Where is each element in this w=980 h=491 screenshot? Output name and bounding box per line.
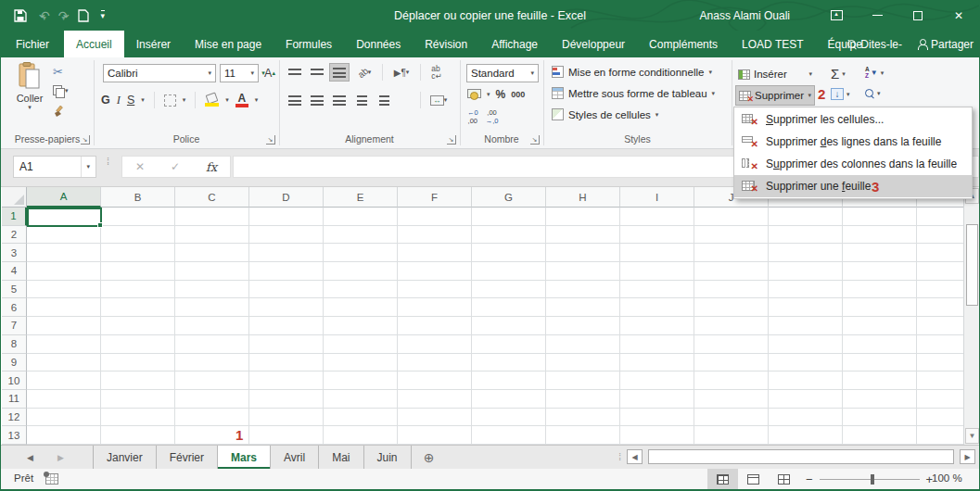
grid-cell[interactable] — [546, 281, 620, 299]
horizontal-scroll-track[interactable] — [648, 449, 954, 464]
vertical-scrollbar[interactable]: ▲ ▼ — [963, 187, 979, 445]
align-right-button[interactable] — [329, 91, 350, 109]
font-color-caret-icon[interactable]: ▾ — [255, 96, 259, 104]
grid-cell[interactable] — [694, 226, 769, 245]
scroll-left-icon[interactable]: ◀ — [627, 449, 643, 464]
row-header[interactable]: 9 — [2, 354, 27, 372]
grid-cell[interactable] — [843, 244, 917, 262]
grid-cell[interactable] — [398, 208, 472, 226]
fill-color-icon[interactable] — [205, 94, 219, 107]
grid-cell[interactable] — [694, 208, 769, 226]
grid-cell[interactable] — [694, 390, 769, 409]
grid-cell[interactable] — [694, 335, 769, 354]
horizontal-scrollbar[interactable]: ⁞ ◀ ▶ — [618, 446, 979, 468]
grid-cell[interactable] — [101, 226, 175, 245]
user-name[interactable]: Anass Alami Ouali — [700, 9, 790, 22]
grid-cell[interactable] — [472, 244, 546, 262]
sheet-tab-janvier[interactable]: Janvier — [94, 446, 157, 469]
grid-cell[interactable] — [398, 390, 472, 409]
grid-cell[interactable] — [620, 208, 694, 226]
grid-cell[interactable] — [843, 426, 917, 445]
align-top-button[interactable] — [285, 63, 305, 82]
grid-cell[interactable] — [917, 262, 965, 281]
tab-mise-en-page[interactable]: Mise en page — [183, 31, 274, 57]
grid-cell[interactable] — [398, 298, 472, 317]
grid-cell[interactable] — [324, 426, 398, 445]
grid-cell[interactable] — [843, 317, 917, 335]
grid-cell[interactable] — [546, 317, 620, 335]
column-header[interactable]: A — [27, 187, 101, 208]
grid-cell[interactable] — [917, 390, 965, 409]
align-bottom-button[interactable] — [329, 63, 350, 82]
grid-cell[interactable] — [398, 317, 472, 335]
cut-button[interactable]: ✂ — [53, 65, 63, 79]
grid-cell[interactable] — [101, 335, 175, 354]
grid-cell[interactable] — [249, 208, 324, 226]
tab-inserer[interactable]: Insérer — [124, 31, 183, 57]
grid-cell[interactable] — [843, 409, 917, 427]
grid-cell[interactable] — [175, 335, 249, 354]
grid-cell[interactable] — [472, 354, 546, 372]
grid-cell[interactable] — [101, 281, 175, 299]
row-header[interactable]: 12 — [2, 409, 27, 427]
grid-cell[interactable] — [917, 335, 965, 354]
fill-handle[interactable] — [97, 222, 103, 228]
zoom-slider[interactable] — [820, 479, 920, 480]
tab-donnees[interactable]: Données — [344, 31, 413, 57]
grid-cell[interactable] — [694, 409, 769, 427]
grid-cell[interactable] — [472, 262, 546, 281]
grid-cell[interactable] — [917, 298, 965, 317]
conditional-formatting-button[interactable]: Mise en forme conditionnelle▾ — [552, 62, 712, 82]
grid-cell[interactable] — [620, 426, 694, 445]
underline-button[interactable]: S — [127, 91, 134, 109]
grid-cell[interactable] — [620, 244, 694, 262]
grid-cell[interactable] — [769, 371, 843, 390]
close-button[interactable]: ✕ — [938, 0, 979, 31]
tab-load-test[interactable]: LOAD TEST — [730, 31, 815, 57]
grid-cell[interactable] — [101, 426, 175, 445]
grid-cell[interactable] — [175, 409, 249, 427]
increase-decimal-button[interactable]: ←0,00 — [467, 109, 478, 125]
row-header[interactable]: 4 — [2, 262, 27, 281]
name-box-caret-icon[interactable]: ▾ — [81, 157, 90, 177]
alignment-dialog-launcher[interactable]: ↘ — [447, 135, 456, 145]
grid-cell[interactable] — [917, 354, 965, 372]
menu-item-delete-columns[interactable]: ✕ Supprimer des colonnes dans la feuille — [734, 153, 972, 175]
grid-cell[interactable] — [546, 298, 620, 317]
grid-cell[interactable] — [175, 390, 249, 409]
grid-cell[interactable] — [27, 281, 101, 299]
align-center-button[interactable] — [307, 91, 327, 109]
grid-cell[interactable] — [324, 354, 398, 372]
grid-cell[interactable] — [694, 262, 769, 281]
grid-cell[interactable] — [398, 409, 472, 427]
grid-cell[interactable] — [694, 426, 769, 445]
grid-cell[interactable] — [694, 371, 769, 390]
grid-cell[interactable] — [694, 244, 769, 262]
column-header[interactable]: B — [101, 187, 175, 208]
grid-cell[interactable] — [398, 262, 472, 281]
grid-cell[interactable] — [546, 226, 620, 245]
text-direction-button[interactable]: ▶¶▾ — [388, 63, 415, 82]
grid-cell[interactable] — [769, 281, 843, 299]
grid-cell[interactable] — [324, 281, 398, 299]
minimize-button[interactable] — [857, 0, 897, 31]
grid-cell[interactable] — [769, 354, 843, 372]
vertical-scroll-thumb[interactable] — [966, 224, 978, 306]
underline-caret-icon[interactable]: ▾ — [141, 96, 145, 104]
currency-caret-icon[interactable]: ▾ — [487, 91, 490, 98]
paste-button[interactable]: Coller ▾ — [10, 62, 49, 129]
grid-cell[interactable] — [27, 317, 101, 335]
macro-record-icon[interactable] — [45, 473, 58, 485]
grid-cell[interactable] — [472, 426, 546, 445]
grid-cell[interactable] — [249, 244, 324, 262]
column-header[interactable]: D — [249, 187, 324, 208]
clipboard-dialog-launcher[interactable]: ↘ — [81, 135, 90, 145]
grid-cell[interactable] — [620, 335, 694, 354]
grid-cell[interactable] — [101, 354, 175, 372]
zoom-slider-thumb[interactable] — [871, 474, 874, 485]
copy-button[interactable]: ▾ — [53, 85, 69, 96]
decrease-indent-icon[interactable] — [351, 91, 372, 109]
grid-cell[interactable] — [324, 208, 398, 226]
grid-cell[interactable] — [620, 354, 694, 372]
grid-cell[interactable] — [917, 226, 965, 245]
